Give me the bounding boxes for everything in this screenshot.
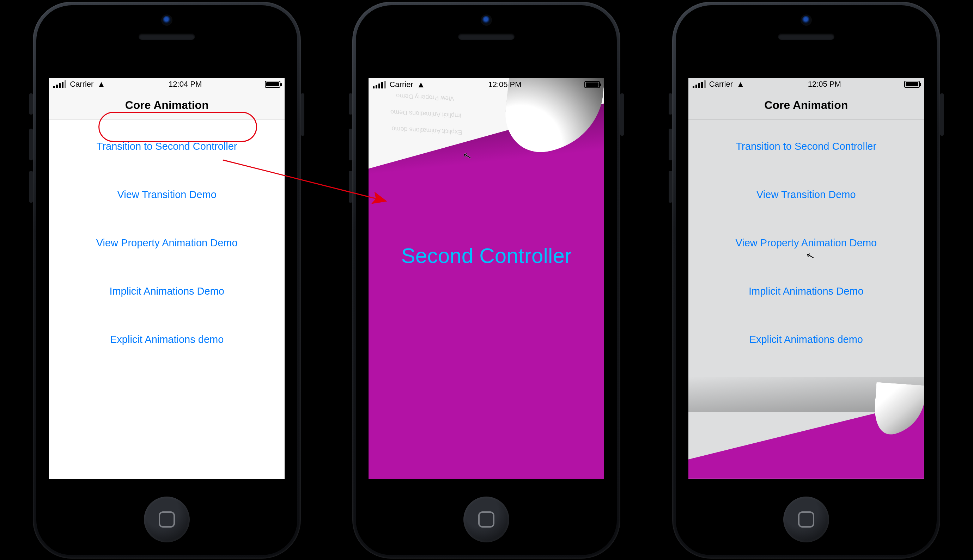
second-controller-title: Second Controller xyxy=(369,243,604,268)
menu-item-view-property[interactable]: View Property Animation Demo xyxy=(735,237,877,249)
nav-bar: Core Animation xyxy=(49,91,284,120)
screen-2: Second Controller Explicit Animations de… xyxy=(369,78,604,479)
iphone-device-1: Carrier ▲ 12:04 PM Core Animation Transi… xyxy=(33,2,301,558)
signal-bars-icon xyxy=(53,80,66,88)
home-button[interactable] xyxy=(144,497,190,542)
iphone-device-3: Carrier ▲ 12:05 PM Core Animation Transi… xyxy=(672,2,940,558)
page-curl-effect: Explicit Animations demo Implicit Animat… xyxy=(369,78,604,187)
menu-item-transition-second[interactable]: Transition to Second Controller xyxy=(97,141,237,152)
clock-label: 12:05 PM xyxy=(808,80,841,89)
nav-title: Core Animation xyxy=(764,99,848,112)
volume-up-button[interactable] xyxy=(669,128,672,160)
front-camera-icon xyxy=(802,16,811,24)
battery-icon xyxy=(584,81,600,88)
volume-down-button[interactable] xyxy=(349,171,352,203)
earpiece-speaker-icon xyxy=(139,33,195,40)
home-button[interactable] xyxy=(783,497,829,542)
menu-item-view-transition[interactable]: View Transition Demo xyxy=(756,189,856,200)
wifi-icon: ▲ xyxy=(417,80,425,89)
status-bar: Carrier ▲ 12:04 PM xyxy=(49,78,284,91)
carrier-label: Carrier xyxy=(709,80,733,89)
status-bar: Carrier ▲ 12:05 PM xyxy=(369,78,604,91)
carrier-label: Carrier xyxy=(70,80,94,89)
menu-item-implicit[interactable]: Implicit Animations Demo xyxy=(109,285,224,297)
power-button[interactable] xyxy=(940,93,944,136)
nav-title: Core Animation xyxy=(125,99,209,112)
volume-up-button[interactable] xyxy=(29,128,33,160)
clock-label: 12:05 PM xyxy=(488,80,521,89)
menu-item-transition-second[interactable]: Transition to Second Controller xyxy=(736,141,876,152)
volume-down-button[interactable] xyxy=(29,171,33,203)
mute-switch[interactable] xyxy=(669,93,672,115)
volume-up-button[interactable] xyxy=(349,128,352,160)
carrier-label: Carrier xyxy=(390,80,413,89)
front-camera-icon xyxy=(162,16,171,24)
power-button[interactable] xyxy=(301,93,304,136)
battery-icon xyxy=(265,81,280,88)
earpiece-speaker-icon xyxy=(458,33,515,40)
page-curl-ghost-text: Explicit Animations demo Implicit Animat… xyxy=(381,87,471,141)
clock-label: 12:04 PM xyxy=(169,80,202,89)
menu-item-implicit[interactable]: Implicit Animations Demo xyxy=(749,285,864,297)
home-button[interactable] xyxy=(463,497,509,542)
iphone-device-2: Second Controller Explicit Animations de… xyxy=(352,2,620,558)
volume-down-button[interactable] xyxy=(669,171,672,203)
menu-item-view-transition[interactable]: View Transition Demo xyxy=(117,189,217,200)
power-button[interactable] xyxy=(620,93,624,136)
menu-item-view-property[interactable]: View Property Animation Demo xyxy=(96,237,238,249)
menu-item-explicit[interactable]: Explicit Animations demo xyxy=(749,334,863,345)
page-curl-effect xyxy=(689,391,924,479)
screen-1: Carrier ▲ 12:04 PM Core Animation Transi… xyxy=(49,78,284,479)
mute-switch[interactable] xyxy=(349,93,352,115)
front-camera-icon xyxy=(482,16,491,24)
nav-bar: Core Animation xyxy=(689,91,924,120)
wifi-icon: ▲ xyxy=(97,80,105,88)
signal-bars-icon xyxy=(693,80,706,88)
menu-list: Transition to Second Controller View Tra… xyxy=(49,120,284,345)
earpiece-speaker-icon xyxy=(778,33,834,40)
menu-list: Transition to Second Controller View Tra… xyxy=(689,120,924,345)
menu-item-explicit[interactable]: Explicit Animations demo xyxy=(110,334,224,345)
signal-bars-icon xyxy=(373,81,386,88)
status-bar: Carrier ▲ 12:05 PM xyxy=(689,78,924,91)
wifi-icon: ▲ xyxy=(736,80,745,88)
battery-icon xyxy=(904,81,920,88)
screen-3: Carrier ▲ 12:05 PM Core Animation Transi… xyxy=(689,78,924,479)
mute-switch[interactable] xyxy=(29,93,33,115)
page-curl-backside xyxy=(501,78,604,168)
